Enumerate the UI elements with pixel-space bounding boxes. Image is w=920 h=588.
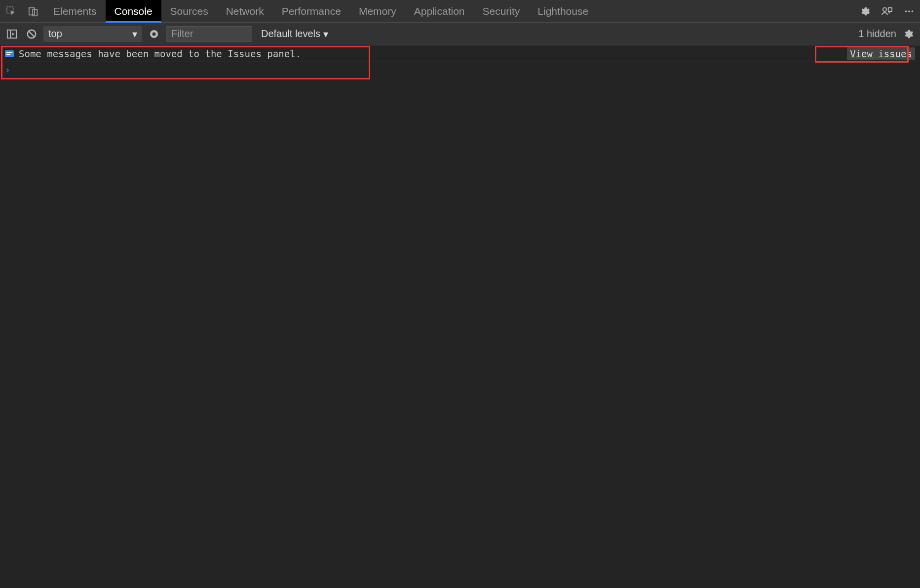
tab-performance[interactable]: Performance (273, 0, 350, 23)
log-levels-select[interactable]: Default levels ▾ (261, 28, 328, 40)
chevron-down-icon: ▾ (323, 28, 328, 40)
svg-rect-7 (7, 30, 16, 38)
hidden-messages-count[interactable]: 1 hidden (858, 28, 896, 39)
prompt-caret-icon: › (5, 65, 10, 75)
clear-console-icon[interactable] (24, 26, 39, 42)
chevron-down-icon: ▾ (132, 28, 137, 40)
console-settings-gear-icon[interactable] (900, 26, 916, 42)
svg-rect-1 (29, 7, 34, 15)
tab-memory[interactable]: Memory (350, 0, 405, 23)
console-sidebar-toggle-icon[interactable] (4, 26, 20, 42)
tab-security[interactable]: Security (473, 0, 529, 23)
svg-point-6 (911, 10, 913, 12)
filter-input[interactable] (166, 26, 252, 42)
issues-icon (5, 50, 14, 57)
view-issues-wrapper: View issues (847, 47, 915, 60)
view-issues-link[interactable]: View issues (850, 48, 912, 59)
tab-application[interactable]: Application (405, 0, 474, 23)
svg-point-3 (882, 7, 886, 11)
svg-point-5 (908, 10, 910, 12)
feedback-icon[interactable] (876, 0, 898, 23)
issues-notice-text: Some messages have been moved to the Iss… (19, 48, 301, 59)
tab-sources[interactable]: Sources (161, 0, 217, 23)
execution-context-label: top (48, 28, 62, 39)
issues-notice-row: Some messages have been moved to the Iss… (0, 45, 920, 62)
tab-lighthouse[interactable]: Lighthouse (529, 0, 597, 23)
execution-context-select[interactable]: top ▾ (43, 26, 142, 42)
svg-point-11 (153, 32, 156, 36)
tab-console[interactable]: Console (106, 0, 161, 23)
log-levels-label: Default levels (261, 28, 320, 39)
device-toolbar-icon[interactable] (22, 0, 44, 23)
tab-elements[interactable]: Elements (44, 0, 106, 23)
more-menu-icon[interactable] (898, 0, 920, 23)
console-prompt[interactable]: › (0, 62, 920, 77)
devtools-tab-bar: Elements Console Sources Network Perform… (0, 0, 920, 23)
console-toolbar: top ▾ Default levels ▾ 1 hidden (0, 23, 920, 45)
svg-point-4 (905, 10, 907, 12)
inspect-element-icon[interactable] (0, 0, 22, 23)
gear-icon[interactable] (853, 0, 876, 23)
svg-line-9 (29, 31, 35, 37)
live-expression-icon[interactable] (146, 26, 162, 42)
tab-network[interactable]: Network (217, 0, 273, 23)
